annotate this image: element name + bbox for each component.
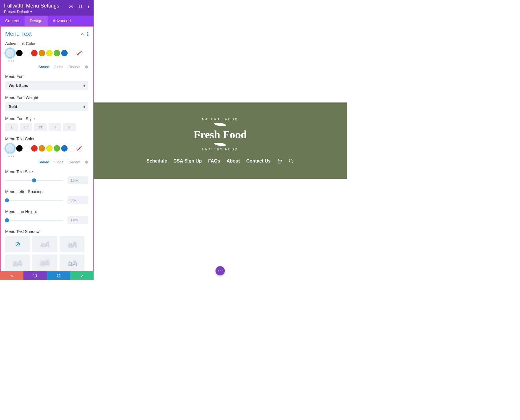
nav-faqs[interactable]: FAQs — [208, 158, 220, 164]
swatch-orange[interactable] — [39, 145, 45, 152]
tab-advanced[interactable]: Advanced — [48, 16, 76, 26]
swatch-orange[interactable] — [39, 50, 45, 56]
color-tab-saved[interactable]: Saved — [38, 160, 49, 164]
color-tab-recent[interactable]: Recent — [68, 160, 80, 164]
swatch-white2[interactable] — [69, 145, 75, 152]
shadow-preset-5[interactable]: aA — [60, 255, 84, 271]
menu-text-color-swatches — [5, 143, 88, 153]
fab-button[interactable] — [216, 266, 225, 275]
svg-point-4 — [88, 6, 89, 7]
swatch-yellow[interactable] — [46, 50, 53, 56]
label-text-shadow: Menu Text Shadow — [5, 229, 88, 234]
swatch-black[interactable] — [16, 50, 23, 56]
svg-point-8 — [87, 35, 88, 36]
label-menu-text-color: Menu Text Color — [5, 137, 88, 141]
svg-point-11 — [289, 159, 292, 162]
save-button[interactable] — [70, 271, 94, 280]
swatch-blue[interactable] — [61, 145, 68, 152]
section-more-icon[interactable] — [87, 32, 88, 36]
hero-section: NATURAL FOOD Fresh Food HEALTHY FOOD Sch… — [94, 102, 347, 179]
nav-about[interactable]: About — [226, 158, 240, 164]
label-letter-spacing: Menu Letter Spacing — [5, 189, 88, 194]
swatch-transparent[interactable] — [76, 50, 83, 56]
svg-point-7 — [87, 33, 88, 35]
color-tab-global[interactable]: Global — [53, 160, 64, 164]
nav-contact[interactable]: Contact Us — [246, 158, 270, 164]
preset-dropdown[interactable]: Preset: Default — [4, 10, 90, 14]
swatch-yellow[interactable] — [46, 145, 53, 152]
swatch-green[interactable] — [54, 145, 60, 152]
svg-point-10 — [281, 163, 281, 163]
line-height-input[interactable]: 1em — [68, 216, 88, 224]
label-menu-font-style: Menu Font Style — [5, 116, 88, 121]
swatch-blue[interactable] — [61, 50, 68, 56]
style-strike[interactable]: S — [63, 123, 76, 131]
target-icon[interactable] — [69, 4, 73, 9]
swatch-green[interactable] — [54, 50, 60, 56]
shadow-none[interactable]: ⊘ — [5, 236, 30, 252]
swatch-more[interactable]: ●●● — [8, 154, 88, 158]
close-button[interactable] — [0, 271, 23, 280]
nav-menu: Schedule CSA Sign Up FAQs About Contact … — [146, 158, 294, 164]
label-active-link-color: Active Link Color — [5, 41, 88, 46]
cart-icon[interactable] — [277, 158, 282, 164]
swatch-more[interactable]: ●●● — [8, 59, 88, 62]
leaf-icon — [214, 122, 226, 127]
section-title: Menu Text — [5, 31, 32, 37]
search-icon[interactable] — [289, 158, 294, 164]
svg-point-3 — [88, 5, 89, 5]
panel-body: Menu Text Active Link Color — [0, 26, 94, 280]
preview-area: NATURAL FOOD Fresh Food HEALTHY FOOD Sch… — [94, 0, 347, 280]
shadow-preset-3[interactable]: aA — [5, 255, 30, 271]
nav-csa-signup[interactable]: CSA Sign Up — [173, 158, 202, 164]
redo-button[interactable] — [47, 271, 70, 280]
menu-font-select[interactable]: Work Sans ▴▾ — [5, 81, 88, 90]
shadow-preset-1[interactable]: aA — [32, 236, 57, 252]
undo-button[interactable] — [23, 271, 47, 280]
color-tab-recent[interactable]: Recent — [68, 65, 80, 69]
menu-text-size-input[interactable]: 18px — [68, 176, 88, 184]
gear-icon[interactable] — [84, 65, 88, 69]
logo-text: Fresh Food — [194, 128, 247, 141]
color-tab-global[interactable]: Global — [53, 65, 64, 69]
menu-text-size-slider[interactable] — [5, 180, 63, 181]
swatch-white[interactable] — [24, 50, 30, 56]
label-menu-font: Menu Font — [5, 74, 88, 79]
style-uppercase[interactable]: TT — [20, 123, 32, 131]
panel-tabs: Content Design Advanced — [0, 16, 94, 26]
leaf-icon — [214, 141, 226, 147]
style-smallcaps[interactable]: Tᴛ — [34, 123, 47, 131]
swatch-black[interactable] — [16, 145, 23, 152]
swatch-transparent[interactable] — [76, 145, 83, 152]
svg-point-5 — [88, 7, 89, 8]
layout-icon[interactable] — [77, 4, 82, 9]
menu-font-weight-select[interactable]: Bold ▴▾ — [5, 102, 88, 111]
swatch-white2[interactable] — [69, 50, 75, 56]
style-italic[interactable]: I — [5, 123, 18, 131]
style-underline[interactable]: U — [49, 123, 61, 131]
tab-content[interactable]: Content — [0, 16, 25, 26]
shadow-preset-2[interactable]: aA — [60, 236, 84, 252]
label-menu-text-size: Menu Text Size — [5, 169, 88, 174]
swatch-red[interactable] — [31, 145, 38, 152]
collapse-icon[interactable] — [80, 32, 84, 36]
swatch-white[interactable] — [24, 145, 30, 152]
swatch-selected[interactable] — [5, 143, 15, 153]
shadow-preset-4[interactable]: aA — [32, 255, 57, 271]
panel-footer — [0, 271, 94, 280]
label-menu-font-weight: Menu Font Weight — [5, 95, 88, 100]
gear-icon[interactable] — [84, 160, 88, 164]
color-tab-saved[interactable]: Saved — [38, 65, 49, 69]
line-height-slider[interactable] — [5, 220, 63, 221]
panel-header: Fullwidth Menu Settings Preset: Default — [0, 0, 94, 16]
tab-design[interactable]: Design — [25, 16, 48, 26]
more-icon[interactable] — [86, 4, 91, 9]
swatch-selected[interactable] — [5, 48, 15, 58]
svg-point-0 — [70, 6, 72, 7]
svg-rect-1 — [78, 5, 81, 8]
nav-schedule[interactable]: Schedule — [146, 158, 167, 164]
letter-spacing-slider[interactable] — [5, 200, 63, 201]
svg-point-6 — [87, 32, 88, 33]
swatch-red[interactable] — [31, 50, 38, 56]
letter-spacing-input[interactable]: 0px — [68, 196, 88, 204]
